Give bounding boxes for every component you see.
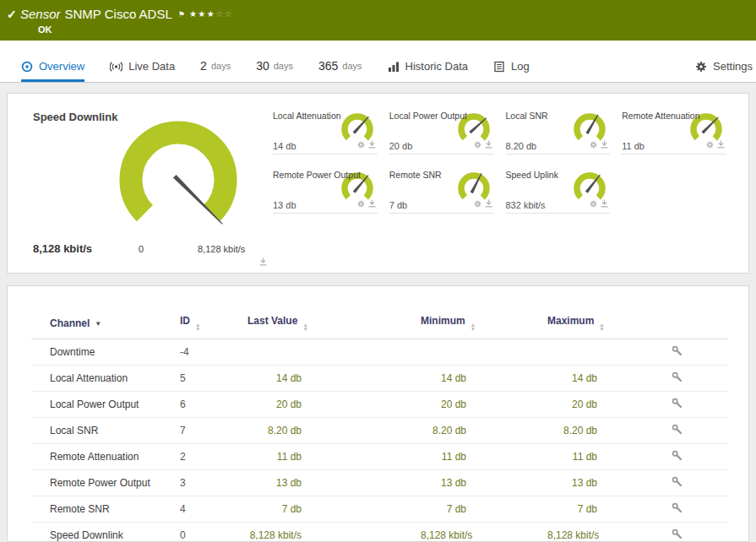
star-filled-icon[interactable]: ★ xyxy=(189,9,198,19)
live-icon xyxy=(110,61,122,73)
mini-gauge-value: 7 db xyxy=(389,200,407,210)
column-header-channel[interactable]: Channel▼ xyxy=(31,308,175,339)
star-filled-icon[interactable]: ★ xyxy=(198,9,206,19)
table-row-local-power-output: Local Power Output620 db20 db20 db xyxy=(31,392,728,418)
table-header-row: Channel▼ID▲▼Last Value▲▼Minimum▲▼Maximum… xyxy=(31,308,728,339)
star-empty-icon[interactable]: ☆ xyxy=(225,9,233,19)
sensor-header: ✓ SensorSNMP Cisco ADSL⚑★★★☆☆ OK xyxy=(0,0,756,41)
channel-settings-icon[interactable] xyxy=(672,345,683,359)
table-row-downtime: Downtime-4 xyxy=(31,339,728,366)
mini-gauge-title: Remote SNR xyxy=(389,170,442,180)
channel-settings-icon[interactable] xyxy=(672,476,683,490)
last-value-cell: 14 db xyxy=(242,366,416,392)
minimum-cell: 8,128 kbit/s xyxy=(416,523,542,542)
tab-label: Overview xyxy=(39,60,84,73)
tab-label: days xyxy=(342,61,362,71)
gear-icon[interactable] xyxy=(474,196,481,211)
tab-bar: OverviewLive Data2days30days365daysHisto… xyxy=(0,41,756,83)
minimum-cell xyxy=(416,339,542,366)
gear-icon[interactable] xyxy=(590,196,597,211)
channel-settings-icon[interactable] xyxy=(672,528,683,542)
channel-name-cell: Local Power Output xyxy=(31,392,175,418)
tab-2-days[interactable]: 2days xyxy=(200,59,231,82)
gear-icon[interactable] xyxy=(357,137,365,152)
tab-label: days xyxy=(211,61,231,71)
last-value-cell: 8,128 kbit/s xyxy=(242,523,416,542)
status-check-icon: ✓ xyxy=(7,8,20,21)
minimum-cell: 11 db xyxy=(416,444,542,470)
gear-icon[interactable] xyxy=(474,137,481,152)
maximum-cell: 14 db xyxy=(542,366,665,392)
star-empty-icon[interactable]: ☆ xyxy=(215,9,224,19)
mini-gauge-speed-uplink: Speed Uplink832 kbit/s xyxy=(506,170,611,214)
pin-icon[interactable] xyxy=(485,137,492,152)
sort-toggle-icon: ▲▼ xyxy=(599,322,604,331)
overview-content: Speed Downlink 8,128 kbit/s 0 8,128 kbit… xyxy=(0,83,756,542)
tab-historic-data[interactable]: Historic Data xyxy=(388,60,468,82)
mini-gauge-title: Local Attenuation xyxy=(273,111,341,121)
pin-icon[interactable] xyxy=(368,196,376,211)
last-value-cell xyxy=(242,339,416,366)
gear-icon xyxy=(695,61,707,73)
tab-30-days[interactable]: 30days xyxy=(256,59,293,82)
primary-gauge-scale-min: 0 xyxy=(139,244,144,254)
mini-gauge-remote-snr: Remote SNR7 db xyxy=(389,170,494,214)
table-row-remote-attenuation: Remote Attenuation211 db11 db11 db xyxy=(31,444,728,470)
tab-label: days xyxy=(274,61,293,71)
overview-icon xyxy=(21,61,33,73)
mini-gauge-local-snr: Local SNR8.20 db xyxy=(506,111,611,154)
channel-settings-icon[interactable] xyxy=(672,398,683,411)
primary-gauge-dial xyxy=(111,112,246,251)
column-header-minimum[interactable]: Minimum▲▼ xyxy=(416,308,542,339)
pin-icon[interactable] xyxy=(485,196,492,211)
pin-icon[interactable] xyxy=(601,137,608,152)
sort-desc-icon: ▼ xyxy=(95,320,101,328)
column-header-last-value[interactable]: Last Value▲▼ xyxy=(242,308,416,339)
channel-settings-icon[interactable] xyxy=(672,450,683,463)
pin-icon[interactable] xyxy=(259,254,267,269)
mini-gauge-value: 832 kbit/s xyxy=(506,200,546,210)
prtg-sensor-page: ✓ SensorSNMP Cisco ADSL⚑★★★☆☆ OK Overvie… xyxy=(0,0,756,542)
gauges-panel: Speed Downlink 8,128 kbit/s 0 8,128 kbit… xyxy=(7,93,749,274)
priority-flag-icon[interactable]: ⚑ xyxy=(178,10,185,19)
channels-table: Channel▼ID▲▼Last Value▲▼Minimum▲▼Maximum… xyxy=(31,308,728,542)
channel-id-cell: 4 xyxy=(175,496,242,523)
column-header-id[interactable]: ID▲▼ xyxy=(175,308,242,339)
pin-icon[interactable] xyxy=(717,137,725,152)
channel-settings-icon[interactable] xyxy=(672,502,683,516)
tab-label: Settings xyxy=(713,60,753,73)
channels-panel: Channel▼ID▲▼Last Value▲▼Minimum▲▼Maximum… xyxy=(7,285,749,542)
gear-icon[interactable] xyxy=(357,196,365,211)
mini-gauge-title: Local Power Output xyxy=(389,111,467,121)
tab-overview[interactable]: Overview xyxy=(21,60,84,82)
tab-number: 2 xyxy=(200,59,207,73)
tab-label: Historic Data xyxy=(405,60,468,73)
tab-label: Live Data xyxy=(128,60,175,73)
pin-icon[interactable] xyxy=(368,137,376,152)
tab-settings[interactable]: Settings xyxy=(695,60,753,82)
star-filled-icon[interactable]: ★ xyxy=(207,9,215,19)
minimum-cell: 7 db xyxy=(416,496,542,523)
tab-live-data[interactable]: Live Data xyxy=(110,60,175,82)
tab-365-days[interactable]: 365days xyxy=(318,59,362,82)
channel-id-cell: -4 xyxy=(175,339,242,366)
gear-icon[interactable] xyxy=(590,137,597,152)
maximum-cell: 8,128 kbit/s xyxy=(542,523,665,542)
pin-icon[interactable] xyxy=(601,196,608,211)
gear-icon[interactable] xyxy=(706,137,714,152)
column-header-maximum[interactable]: Maximum▲▼ xyxy=(542,308,665,339)
maximum-cell: 11 db xyxy=(542,444,665,470)
channel-settings-icon[interactable] xyxy=(672,371,683,385)
tab-log[interactable]: Log xyxy=(493,60,530,82)
mini-gauge-grid: Local Attenuation14 dbLocal Power Output… xyxy=(268,94,748,273)
mini-gauge-value: 14 db xyxy=(273,141,296,151)
channel-settings-icon[interactable] xyxy=(672,424,683,437)
favorite-stars[interactable]: ★★★☆☆ xyxy=(189,9,233,19)
sort-toggle-icon: ▲▼ xyxy=(302,322,307,331)
last-value-cell: 11 db xyxy=(242,444,416,470)
column-header-tools xyxy=(665,308,728,339)
minimum-cell: 13 db xyxy=(416,470,542,496)
channel-name-cell: Local SNR xyxy=(31,418,175,444)
channel-id-cell: 0 xyxy=(175,523,242,542)
maximum-cell: 8.20 db xyxy=(542,418,665,444)
